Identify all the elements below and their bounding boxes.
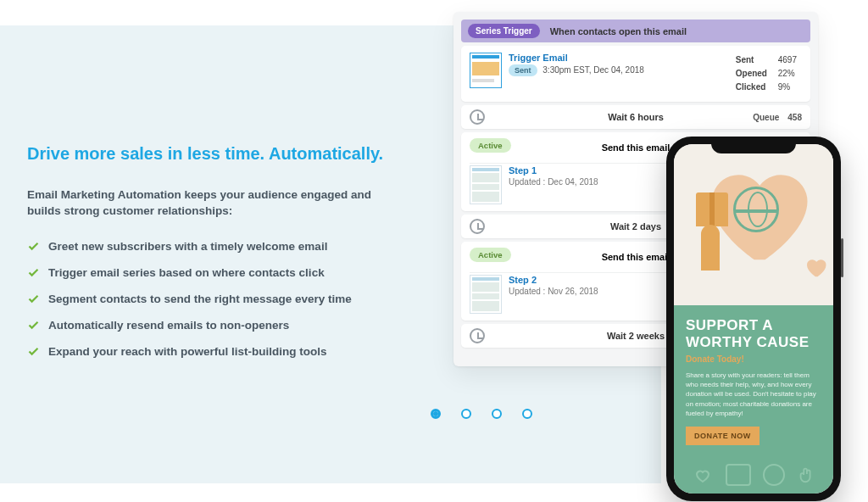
subheadline: Email Marketing Automation keeps your au… [27, 187, 400, 220]
trigger-sent-time: 3:30pm EST, Dec 04, 2018 [542, 65, 644, 75]
heart-icon [803, 254, 828, 280]
hearts-icon [692, 465, 714, 485]
carousel-dots [431, 409, 532, 419]
globe-icon [733, 187, 779, 232]
hand-icon [701, 225, 720, 271]
gift-icon [696, 199, 728, 226]
active-badge: Active [470, 248, 511, 262]
feature-item: Greet new subscribers with a timely welc… [27, 240, 400, 253]
step-action: Send this email [602, 252, 670, 262]
series-trigger-bar[interactable]: Series Trigger When contacts open this e… [461, 20, 810, 42]
donate-now-button[interactable]: DONATE NOW [686, 427, 760, 445]
feature-item: Expand your reach with powerful list-bui… [27, 345, 400, 358]
check-icon [27, 345, 40, 358]
wait-label: Wait 6 hours [608, 112, 664, 122]
phone-notch [711, 137, 796, 153]
feature-list: Greet new subscribers with a timely welc… [27, 240, 400, 358]
phone-body: SUPPORT AWORTHY CAUSE Donate Today! Shar… [674, 305, 833, 494]
step-updated: Updated : Nov 26, 2018 [509, 287, 598, 296]
hero-copy: Drive more sales in less time. Automatic… [27, 144, 400, 371]
step-title: Step 1 [509, 165, 598, 176]
wait-label: Wait 2 days [610, 221, 661, 231]
laptop-icon [726, 464, 751, 486]
series-trigger-text: When contacts open this email [550, 26, 687, 36]
check-icon [27, 240, 40, 253]
phone-title: SUPPORT AWORTHY CAUSE [686, 317, 821, 350]
wait-card-6h[interactable]: Wait 6 hours Queue458 [461, 105, 810, 129]
feature-text: Trigger email series based on where cont… [48, 266, 325, 279]
feature-item: Trigger email series based on where cont… [27, 266, 400, 279]
step-title: Step 2 [509, 275, 598, 285]
check-icon [27, 293, 40, 305]
hand-icon [797, 464, 815, 486]
globe-icon [763, 464, 785, 486]
carousel-dot-2[interactable] [461, 409, 471, 419]
trigger-email-title: Trigger Email [509, 53, 727, 63]
check-icon [27, 319, 40, 332]
phone-subtitle: Donate Today! [686, 354, 821, 364]
feature-item: Segment contacts to send the right messa… [27, 293, 400, 305]
sent-badge: Sent [509, 64, 537, 76]
feature-item: Automatically resend emails to non-opene… [27, 319, 400, 332]
queue-count: 458 [787, 113, 802, 122]
queue-label: Queue [753, 113, 779, 122]
series-trigger-badge: Series Trigger [468, 24, 540, 38]
trigger-email-card[interactable]: Trigger Email Sent 3:30pm EST, Dec 04, 2… [461, 46, 810, 102]
wait-label: Wait 2 weeks [607, 331, 665, 341]
phone-hero [674, 144, 833, 305]
carousel-dot-3[interactable] [492, 409, 502, 419]
carousel-dot-4[interactable] [522, 409, 532, 419]
clock-icon [470, 328, 485, 343]
phone-mockup: SUPPORT AWORTHY CAUSE Donate Today! Shar… [666, 137, 841, 501]
feature-text: Segment contacts to send the right messa… [48, 293, 352, 305]
step-updated: Updated : Dec 04, 2018 [509, 177, 598, 187]
active-badge: Active [470, 138, 511, 153]
email-thumbnail [470, 165, 502, 204]
email-thumbnail [470, 275, 502, 314]
feature-text: Expand your reach with powerful list-bui… [48, 345, 327, 358]
email-thumbnail [470, 53, 502, 88]
carousel-dot-1[interactable] [431, 409, 441, 419]
clock-icon [470, 219, 485, 234]
feature-text: Automatically resend emails to non-opene… [48, 319, 289, 332]
trigger-stats: Sent4697 Opened22% Clicked9% [734, 53, 802, 95]
phone-footer-icons [686, 464, 821, 486]
check-icon [27, 266, 40, 279]
phone-screen: SUPPORT AWORTHY CAUSE Donate Today! Shar… [674, 144, 833, 494]
clock-icon [470, 109, 485, 125]
feature-text: Greet new subscribers with a timely welc… [48, 240, 327, 253]
step-action: Send this email [602, 142, 670, 153]
phone-body-text: Share a story with your readers: tell th… [686, 371, 821, 418]
headline: Drive more sales in less time. Automatic… [27, 144, 400, 164]
phone-side-button [841, 238, 843, 277]
